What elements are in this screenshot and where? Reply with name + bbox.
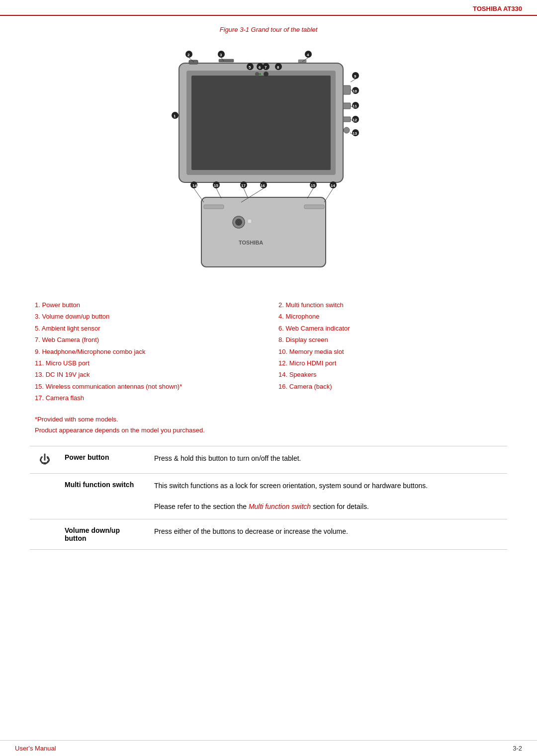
table-row: Volume down/upbutton Press either of the…	[30, 519, 507, 549]
page-footer: User's Manual 3-2	[0, 740, 537, 756]
power-icon-cell: ⏻	[30, 446, 60, 473]
list-item: 12. Micro HDMI port	[278, 357, 502, 369]
table-row: Multi function switch This switch functi…	[30, 473, 507, 519]
svg-text:1: 1	[174, 114, 176, 118]
list-item: 13. DC IN 19V jack	[35, 369, 259, 380]
figure-caption: Figure 3-1 Grand tour of the tablet	[30, 26, 507, 33]
svg-text:6: 6	[259, 65, 261, 70]
multifunction-link[interactable]: Multi function switch	[249, 503, 311, 510]
svg-text:16: 16	[261, 183, 265, 188]
svg-text:8: 8	[277, 65, 279, 70]
multifunction-icon-cell	[30, 473, 60, 519]
svg-line-62	[351, 79, 356, 82]
description-table: ⏻ Power button Press & hold this button …	[30, 446, 507, 550]
page-header: TOSHIBA AT330	[0, 0, 537, 16]
power-button-desc: Press & hold this button to turn on/off …	[149, 446, 507, 473]
list-item: 14. Speakers	[278, 369, 502, 380]
svg-text:15: 15	[311, 183, 315, 188]
list-item: 4. Microphone	[278, 311, 502, 322]
multifunction-label: Multi function switch	[60, 473, 149, 519]
svg-line-72	[244, 188, 248, 197]
svg-point-4	[264, 72, 268, 77]
svg-rect-7	[219, 59, 234, 62]
svg-text:13: 13	[353, 131, 357, 136]
svg-text:10: 10	[353, 89, 357, 93]
multifunction-desc: This switch functions as a lock for scre…	[149, 473, 507, 519]
svg-text:TOSHIBA: TOSHIBA	[239, 240, 263, 246]
parts-left-column: 1. Power button 3. Volume down/up button…	[35, 299, 259, 404]
svg-point-5	[259, 73, 261, 75]
volume-desc: Press either of the buttons to decrease …	[149, 519, 507, 549]
list-item: 1. Power button	[35, 299, 259, 311]
tablet-diagram: TOSHIBA 1 2 3	[129, 38, 408, 287]
list-item: 15. Wireless communication antennas (not…	[35, 381, 259, 392]
svg-text:14: 14	[192, 183, 197, 188]
svg-point-18	[235, 219, 242, 226]
footer-right: 3-2	[513, 745, 522, 752]
svg-point-3	[255, 72, 259, 76]
list-item: 10. Memory media slot	[278, 346, 502, 357]
svg-rect-15	[204, 205, 224, 209]
svg-text:7: 7	[265, 65, 267, 70]
svg-text:4: 4	[307, 53, 309, 57]
main-content: Figure 3-1 Grand tour of the tablet	[0, 16, 537, 565]
svg-rect-16	[304, 205, 324, 209]
svg-rect-6	[189, 60, 198, 64]
table-row: ⏻ Power button Press & hold this button …	[30, 446, 507, 473]
svg-text:2: 2	[187, 53, 190, 57]
svg-rect-8	[298, 60, 306, 63]
footer-left: User's Manual	[15, 745, 56, 752]
svg-text:14: 14	[331, 183, 335, 188]
list-item: 7. Web Camera (front)	[35, 334, 259, 345]
list-item: 3. Volume down/up button	[35, 311, 259, 322]
note-line1: *Provided with some models.	[35, 414, 502, 425]
svg-point-12	[344, 127, 350, 133]
svg-rect-11	[343, 117, 351, 122]
svg-rect-19	[248, 219, 252, 223]
list-item: 16. Camera (back)	[278, 381, 502, 392]
svg-rect-10	[343, 103, 351, 109]
header-title: TOSHIBA AT330	[473, 5, 522, 12]
list-item: 5. Ambient light sensor	[35, 323, 259, 334]
svg-rect-9	[343, 85, 351, 94]
list-item: 8. Display screen	[278, 334, 502, 345]
parts-list: 1. Power button 3. Volume down/up button…	[30, 299, 507, 404]
list-item: 11. Micro USB port	[35, 357, 259, 369]
power-button-label: Power button	[60, 446, 149, 473]
svg-text:5: 5	[249, 65, 251, 70]
volume-icon-cell	[30, 519, 60, 549]
notes-section: *Provided with some models. Product appe…	[30, 414, 507, 436]
svg-text:17: 17	[241, 183, 246, 188]
list-item: 6. Web Camera indicator	[278, 323, 502, 334]
svg-line-68	[324, 188, 333, 202]
svg-text:9: 9	[354, 74, 357, 79]
svg-text:3: 3	[220, 53, 222, 57]
parts-right-column: 2. Multi function switch 4. Microphone 6…	[278, 299, 502, 404]
list-item: 2. Multi function switch	[278, 299, 502, 311]
tablet-diagram-container: TOSHIBA 1 2 3	[30, 38, 507, 287]
power-icon: ⏻	[39, 453, 50, 466]
multifunction-extra-suffix: section for details.	[311, 503, 369, 510]
volume-label: Volume down/upbutton	[60, 519, 149, 549]
list-item: 9. Headphone/Microphone combo jack	[35, 346, 259, 357]
svg-text:12: 12	[353, 118, 357, 122]
diagram-svg: TOSHIBA 1 2 3	[129, 38, 408, 287]
multifunction-extra-prefix: Please refer to the section the	[154, 503, 249, 510]
list-item: 17. Camera flash	[35, 392, 259, 404]
svg-rect-2	[191, 76, 331, 170]
note-line2: Product appearance depends on the model …	[35, 425, 502, 436]
svg-text:15: 15	[214, 183, 218, 188]
svg-line-67	[194, 188, 204, 202]
